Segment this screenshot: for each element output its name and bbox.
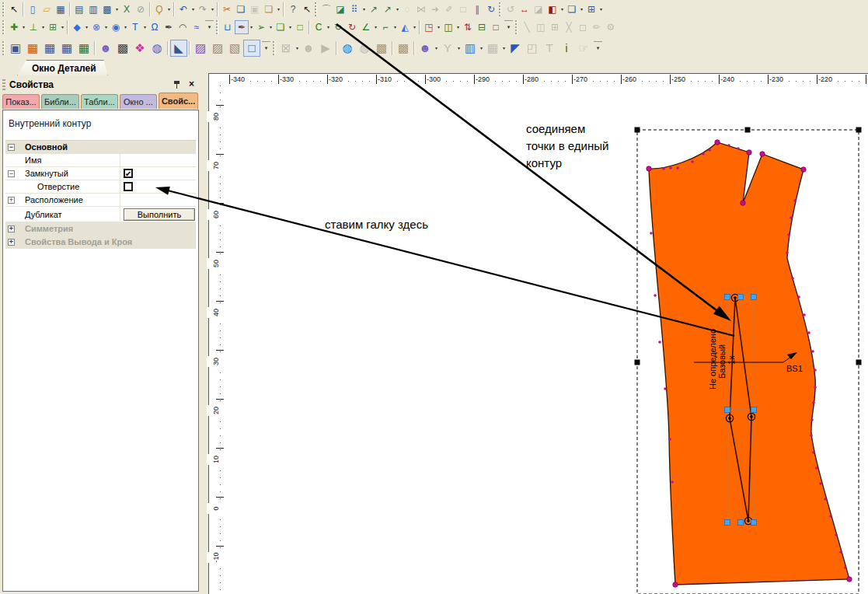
symmetry-page-dropdown-icon[interactable]: ▾ <box>455 24 461 30</box>
blue-handle[interactable] <box>725 295 730 300</box>
image-frame-icon[interactable]: ▣ <box>7 40 24 57</box>
toolbar-grip[interactable] <box>273 41 275 55</box>
swap-sync-icon[interactable]: ⇅ <box>461 20 475 34</box>
node-pen-tool-dropdown-icon[interactable]: ▾ <box>249 24 254 30</box>
person-icon[interactable]: ☻ <box>97 40 114 57</box>
pipes-icon[interactable]: ∥ <box>470 2 484 16</box>
blue-handle[interactable] <box>738 295 744 300</box>
toolbar-grip[interactable] <box>2 41 5 55</box>
collapse-icon[interactable]: − <box>8 170 15 177</box>
node-move-tool-icon[interactable]: ➢ <box>254 20 268 34</box>
refresh-icon[interactable]: ↻ <box>484 2 498 16</box>
excel-export-icon[interactable]: X <box>120 2 134 16</box>
button-tool-dropdown-icon[interactable]: ▾ <box>123 24 128 30</box>
y-tool-dropdown-icon[interactable]: ▾ <box>456 45 462 51</box>
eraser-icon[interactable]: ⊘ <box>134 2 148 16</box>
person-tools-dropdown-icon[interactable]: ▾ <box>434 45 439 51</box>
paste-special-icon[interactable]: ❏ <box>262 2 276 16</box>
ruler-corner-icon[interactable]: ◣ <box>170 40 187 57</box>
properties-titlebar[interactable]: Свойства × <box>0 76 200 93</box>
info-icon[interactable]: i <box>558 40 575 57</box>
angle-tool-dropdown-icon[interactable]: ▾ <box>373 24 378 30</box>
step-tool-dropdown-icon[interactable]: ▾ <box>392 24 398 30</box>
button-tool-icon[interactable]: ◉ <box>109 20 123 34</box>
property-value[interactable] <box>120 180 196 193</box>
curve-measure-icon[interactable]: C <box>312 20 326 34</box>
toolbar-overflow-icon[interactable]: ▾ <box>262 41 270 55</box>
circle-x-tool-icon[interactable]: ⊗ <box>89 20 103 34</box>
roll-blue-icon[interactable]: ◍ <box>148 40 166 57</box>
panel-tab-2[interactable]: Табли... <box>81 94 118 109</box>
pointer-icon[interactable]: ↖ <box>300 2 314 16</box>
checkbox-Отверстие[interactable] <box>124 182 133 191</box>
window-copy-icon[interactable]: ❏ <box>565 2 579 16</box>
close-icon[interactable]: × <box>186 79 197 90</box>
blue-handle[interactable] <box>751 520 757 526</box>
new-document-icon[interactable]: ▯ <box>26 2 40 16</box>
expand-icon[interactable]: + <box>8 197 15 204</box>
toolbar-overflow-icon[interactable]: ▾ <box>205 20 214 34</box>
collapse-icon[interactable]: − <box>8 144 15 151</box>
checker-window-icon[interactable]: ▩ <box>114 40 131 57</box>
cut-icon[interactable]: ✂ <box>220 2 234 16</box>
execute-button[interactable]: Выполнить <box>124 208 195 221</box>
property-value[interactable] <box>120 154 196 166</box>
piece-copy-tool-icon[interactable]: ❏ <box>274 20 288 34</box>
export-image-dropdown-icon[interactable]: ▾ <box>114 6 120 12</box>
property-value[interactable] <box>120 194 196 206</box>
toolbar-grip[interactable] <box>515 20 518 34</box>
panel-grip[interactable] <box>2 79 5 90</box>
property-row-Расположение[interactable]: +Расположение <box>5 194 196 207</box>
toolbar-grip[interactable] <box>499 2 501 16</box>
selection-handle[interactable] <box>856 360 862 365</box>
group-frame-tool-icon[interactable]: □ <box>293 20 307 34</box>
pattern-piece[interactable] <box>649 142 849 585</box>
print-icon[interactable]: ▤ <box>72 2 86 16</box>
delete-tool-icon[interactable]: ⊔ <box>221 20 235 34</box>
property-row-Дубликат[interactable]: ДубликатВыполнить <box>5 207 196 222</box>
step-tool-icon[interactable]: ⌐ <box>378 20 392 34</box>
contrast-dropdown-icon[interactable]: ▾ <box>559 6 565 12</box>
save-gray-dropdown-icon[interactable]: ▾ <box>501 45 507 51</box>
redo-icon[interactable]: ↷ <box>196 2 210 16</box>
add-picture-icon[interactable]: ⊞ <box>46 20 60 34</box>
canvas[interactable]: соединяем точки в единый контур ставим г… <box>225 86 868 594</box>
zoom-dropdown-icon[interactable]: ▾ <box>166 6 172 12</box>
property-row-Замкнутый[interactable]: −Замкнутый✔ <box>5 167 196 180</box>
pen-curve-tool-icon[interactable]: ✒ <box>162 20 176 34</box>
window-new-dropdown-icon[interactable]: ▾ <box>598 6 604 12</box>
window-copy-dropdown-icon[interactable]: ▾ <box>579 6 584 12</box>
panel-tab-4[interactable]: Свойс... <box>159 93 198 109</box>
paste-special-dropdown-icon[interactable]: ▾ <box>276 6 281 12</box>
selection-handle[interactable] <box>635 360 640 365</box>
table-calc-icon[interactable]: ▦ <box>75 40 92 57</box>
rotate-tool-icon[interactable]: ↻ <box>331 20 345 34</box>
person-tools-icon[interactable]: ☻ <box>417 40 434 57</box>
piece-fill-3-icon[interactable]: ▧ <box>226 40 243 57</box>
add-point-icon[interactable]: ✚ <box>7 20 21 34</box>
window-new-icon[interactable]: ⊞ <box>584 2 598 16</box>
panel-tab-0[interactable]: Показ... <box>2 94 40 109</box>
blue-handle[interactable] <box>725 407 730 413</box>
toolbar-grip[interactable] <box>315 2 317 16</box>
add-perp-point-dropdown-icon[interactable]: ▾ <box>40 24 46 30</box>
lift-curve-icon[interactable]: ↗ <box>367 2 381 16</box>
blue-handle[interactable] <box>751 295 757 300</box>
roll-blue-2-icon[interactable]: ◍ <box>339 40 356 57</box>
save-icon[interactable]: ▦ <box>54 2 68 16</box>
table-orange-icon[interactable]: ▦ <box>24 40 41 57</box>
toolbar-grip[interactable] <box>216 20 218 34</box>
clapperboard-icon[interactable]: ◤ <box>507 40 524 57</box>
redo-dropdown-icon[interactable]: ▾ <box>210 6 215 12</box>
wave-tool-icon[interactable]: ≈ <box>190 20 204 34</box>
window-close-gray-dropdown-icon[interactable]: ▾ <box>295 45 300 51</box>
piece-outline-icon[interactable]: □ <box>243 40 260 57</box>
panel-tab-1[interactable]: Библи... <box>41 94 79 109</box>
help-icon[interactable]: ? <box>286 2 300 16</box>
selection-handle[interactable] <box>745 128 751 133</box>
page-import-icon[interactable]: ⊟ <box>475 20 489 34</box>
zoom-icon[interactable]: Ϙ <box>152 2 166 16</box>
fill-area-icon[interactable]: ◪ <box>333 2 347 16</box>
measure-icon[interactable]: ↔ <box>518 2 532 16</box>
undo-dropdown-icon[interactable]: ▾ <box>190 6 196 12</box>
